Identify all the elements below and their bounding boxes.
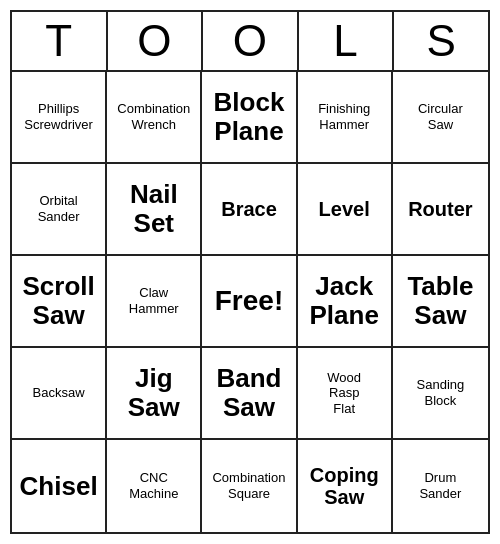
cell-text-13: Jack Plane [310, 272, 379, 329]
cell-text-20: Chisel [20, 472, 98, 501]
bingo-grid: Phillips ScrewdriverCombination WrenchBl… [12, 72, 488, 532]
bingo-cell-6: Nail Set [107, 164, 202, 256]
bingo-cell-8: Level [298, 164, 393, 256]
title-letter-t: T [12, 12, 108, 70]
bingo-cell-3: Finishing Hammer [298, 72, 393, 164]
bingo-cell-2: Block Plane [202, 72, 297, 164]
cell-text-24: Drum Sander [419, 470, 461, 501]
cell-text-6: Nail Set [130, 180, 178, 237]
cell-text-9: Router [408, 198, 472, 220]
cell-text-15: Backsaw [33, 385, 85, 401]
cell-text-14: Table Saw [407, 272, 473, 329]
bingo-cell-21: CNC Machine [107, 440, 202, 532]
bingo-cell-14: Table Saw [393, 256, 488, 348]
cell-text-1: Combination Wrench [117, 101, 190, 132]
cell-text-5: Orbital Sander [38, 193, 80, 224]
cell-text-4: Circular Saw [418, 101, 463, 132]
title-letter-o: O [108, 12, 204, 70]
cell-text-17: Band Saw [216, 364, 281, 421]
cell-text-7: Brace [221, 198, 277, 220]
bingo-cell-24: Drum Sander [393, 440, 488, 532]
bingo-title: TOOLS [12, 12, 488, 72]
bingo-cell-7: Brace [202, 164, 297, 256]
cell-text-8: Level [319, 198, 370, 220]
cell-text-11: Claw Hammer [129, 285, 179, 316]
bingo-cell-16: Jig Saw [107, 348, 202, 440]
cell-text-10: Scroll Saw [22, 272, 94, 329]
cell-text-22: Combination Square [212, 470, 285, 501]
cell-text-19: Sanding Block [417, 377, 465, 408]
cell-text-21: CNC Machine [129, 470, 178, 501]
bingo-cell-10: Scroll Saw [12, 256, 107, 348]
bingo-cell-18: Wood Rasp Flat [298, 348, 393, 440]
bingo-cell-19: Sanding Block [393, 348, 488, 440]
bingo-cell-11: Claw Hammer [107, 256, 202, 348]
title-letter-o: O [203, 12, 299, 70]
cell-text-12: Free! [215, 284, 283, 318]
cell-text-23: Coping Saw [310, 464, 379, 508]
bingo-cell-17: Band Saw [202, 348, 297, 440]
cell-text-0: Phillips Screwdriver [24, 101, 93, 132]
bingo-cell-22: Combination Square [202, 440, 297, 532]
bingo-cell-5: Orbital Sander [12, 164, 107, 256]
title-letter-l: L [299, 12, 395, 70]
bingo-cell-15: Backsaw [12, 348, 107, 440]
bingo-cell-12: Free! [202, 256, 297, 348]
bingo-cell-20: Chisel [12, 440, 107, 532]
bingo-cell-9: Router [393, 164, 488, 256]
cell-text-2: Block Plane [214, 88, 285, 145]
bingo-cell-0: Phillips Screwdriver [12, 72, 107, 164]
title-letter-s: S [394, 12, 488, 70]
bingo-card: TOOLS Phillips ScrewdriverCombination Wr… [10, 10, 490, 534]
bingo-cell-1: Combination Wrench [107, 72, 202, 164]
bingo-cell-13: Jack Plane [298, 256, 393, 348]
bingo-cell-23: Coping Saw [298, 440, 393, 532]
cell-text-16: Jig Saw [128, 364, 180, 421]
cell-text-18: Wood Rasp Flat [327, 370, 361, 417]
cell-text-3: Finishing Hammer [318, 101, 370, 132]
bingo-cell-4: Circular Saw [393, 72, 488, 164]
